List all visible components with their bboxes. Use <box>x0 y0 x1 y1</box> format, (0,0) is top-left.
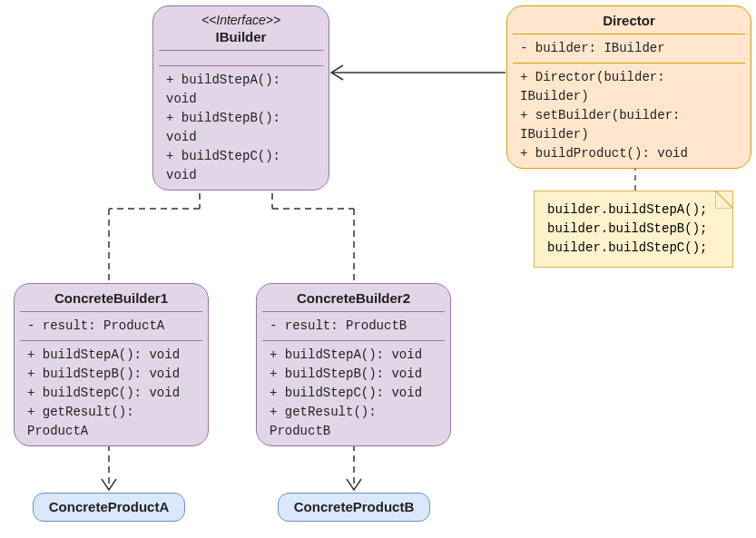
class-name: IBuilder <box>216 29 267 44</box>
methods-section: + buildStepA(): void + buildStepB(): voi… <box>153 66 329 190</box>
class-title: Director <box>507 6 751 34</box>
field-row: - result: ProductB <box>270 317 437 336</box>
method-row: + buildStepC(): void <box>166 147 316 185</box>
field-row: - builder: IBuilder <box>520 39 738 58</box>
class-name: Director <box>603 13 655 28</box>
method-row: + buildStepB(): void <box>27 365 195 384</box>
methods-section: + Director(builder: IBuilder) + setBuild… <box>507 64 751 168</box>
note-buildproduct-body: builder.buildStepA(); builder.buildStepB… <box>534 191 733 268</box>
method-row: + buildStepA(): void <box>166 71 316 109</box>
method-row: + Director(builder: IBuilder) <box>520 68 738 106</box>
method-row: + getResult(): ProductA <box>27 403 195 441</box>
class-title: ConcreteBuilder2 <box>257 284 450 311</box>
method-row: + buildStepB(): void <box>166 109 316 147</box>
method-row: + buildStepA(): void <box>27 346 195 365</box>
class-director: Director - builder: IBuilder + Director(… <box>506 5 751 169</box>
class-name: ConcreteBuilder1 <box>54 290 168 306</box>
fields-section: - builder: IBuilder <box>507 34 751 63</box>
methods-section: + buildStepA(): void + buildStepB(): voi… <box>257 341 450 445</box>
class-ibuilder: <<Interface>> IBuilder + buildStepA(): v… <box>152 5 329 191</box>
method-row: + setBuilder(builder: IBuilder) <box>520 106 738 144</box>
field-row: - result: ProductA <box>27 317 195 336</box>
method-row: + buildStepA(): void <box>270 346 437 365</box>
method-row: + getResult(): ProductB <box>270 403 437 441</box>
method-row: + buildStepC(): void <box>27 384 195 403</box>
note-line: builder.buildStepA(); <box>547 201 720 220</box>
note-line: builder.buildStepB(); <box>547 220 720 239</box>
methods-section: + buildStepA(): void + buildStepB(): voi… <box>15 341 208 445</box>
class-name: ConcreteProductB <box>294 499 415 514</box>
class-concrete-product-a: ConcreteProductA <box>33 493 185 522</box>
method-row: + buildProduct(): void <box>520 144 738 163</box>
class-name: ConcreteProductA <box>49 499 170 514</box>
class-title: ConcreteProductB <box>279 494 429 521</box>
method-row: + buildStepC(): void <box>270 384 437 403</box>
fields-section: - result: ProductB <box>257 312 450 340</box>
class-title: ConcreteBuilder1 <box>15 284 208 311</box>
fields-section: - result: ProductA <box>15 312 208 340</box>
class-title: <<Interface>> IBuilder <box>153 6 329 50</box>
stereotype-label: <<Interface>> <box>162 12 319 28</box>
class-concrete-product-b: ConcreteProductB <box>278 493 430 522</box>
class-name: ConcreteBuilder2 <box>297 290 410 306</box>
note-line: builder.buildStepC(); <box>547 239 720 258</box>
method-row: + buildStepB(): void <box>270 365 437 384</box>
class-concrete-builder2: ConcreteBuilder2 - result: ProductB + bu… <box>256 283 451 446</box>
class-concrete-builder1: ConcreteBuilder1 - result: ProductA + bu… <box>14 283 209 446</box>
class-title: ConcreteProductA <box>34 494 184 521</box>
